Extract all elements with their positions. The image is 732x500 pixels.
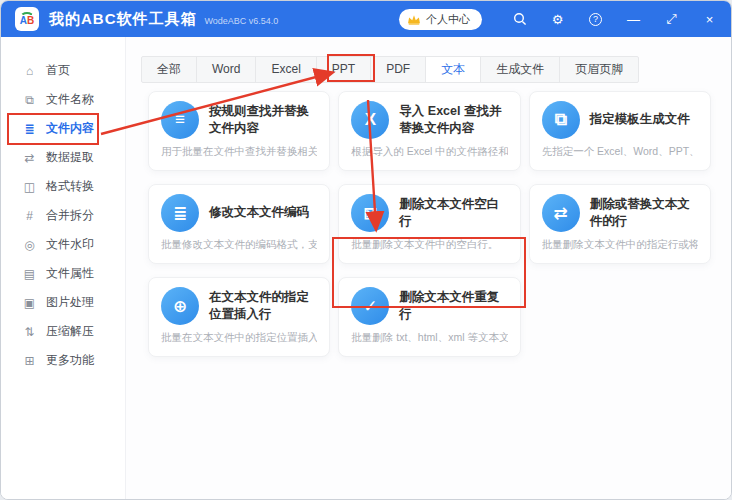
card-title: 删除文本文件重复行 bbox=[399, 289, 507, 324]
sidebar-item-more[interactable]: ⊞更多功能 bbox=[1, 346, 125, 375]
sidebar-item-label: 文件水印 bbox=[46, 236, 94, 253]
personal-center-label: 个人中心 bbox=[426, 12, 470, 27]
tab-word[interactable]: Word bbox=[197, 57, 256, 82]
main-panel: 全部WordExcelPPTPDF文本生成文件页眉页脚 ≡按规则查找并替换文件内… bbox=[126, 37, 731, 499]
card-title: 指定模板生成文件 bbox=[590, 111, 690, 129]
data-extract-icon: ⇄ bbox=[22, 151, 37, 165]
sidebar-item-file-props[interactable]: ▤文件属性 bbox=[1, 259, 125, 288]
file-props-icon: ▤ bbox=[22, 267, 37, 281]
swap-lines-icon: ⇄ bbox=[542, 194, 580, 232]
delete-blank-icon: ⊠ bbox=[351, 194, 389, 232]
titlebar-icons: ⚙ ? — ⤢ × bbox=[512, 12, 717, 27]
card-head: ⇄删除或替换文本文件的行 bbox=[542, 194, 698, 232]
tab-generate-file[interactable]: 生成文件 bbox=[481, 57, 560, 82]
watermark-icon: ◎ bbox=[22, 238, 37, 252]
card-import-excel-replace[interactable]: X导入 Excel 查找并替换文件内容根据导入的 Excel 中的文件路径和查找… bbox=[338, 91, 520, 171]
card-head: X导入 Excel 查找并替换文件内容 bbox=[351, 101, 507, 139]
card-dedupe-lines[interactable]: ✓删除文本文件重复行批量删除 txt、html、xml 等文本文件中的多余 bbox=[338, 277, 520, 357]
card-subtitle: 用于批量在文件中查找并替换相关内容，支持 bbox=[161, 145, 317, 159]
help-icon[interactable]: ? bbox=[588, 12, 603, 27]
sidebar-item-file-content[interactable]: ≣文件内容 bbox=[1, 114, 125, 143]
card-title: 在文本文件的指定位置插入行 bbox=[209, 289, 317, 324]
card-subtitle: 先指定一个 Excel、Word、PPT、PDF或文本文 bbox=[542, 145, 698, 159]
tab-header-footer[interactable]: 页眉页脚 bbox=[560, 57, 638, 82]
settings-gear-icon[interactable]: ⚙ bbox=[550, 12, 565, 27]
close-button[interactable]: × bbox=[702, 12, 717, 27]
category-tabstrip: 全部WordExcelPPTPDF文本生成文件页眉页脚 bbox=[141, 56, 639, 83]
personal-center-button[interactable]: 个人中心 bbox=[399, 9, 482, 30]
card-head: ✓删除文本文件重复行 bbox=[351, 287, 507, 325]
sidebar-item-merge-split[interactable]: #合并拆分 bbox=[1, 201, 125, 230]
card-head: ⊠删除文本文件空白行 bbox=[351, 194, 507, 232]
format-convert-icon: ◫ bbox=[22, 180, 37, 194]
card-modify-encoding[interactable]: ≣修改文本文件编码批量修改文本文件的编码格式，支持：UTF-8、 bbox=[148, 184, 330, 264]
tool-card-grid: ≡按规则查找并替换文件内容用于批量在文件中查找并替换相关内容，支持X导入 Exc… bbox=[148, 91, 711, 357]
titlebar: AB 我的ABC软件工具箱 WodeABC v6.54.0 个人中心 ⚙ ? —… bbox=[1, 1, 731, 37]
tab-all[interactable]: 全部 bbox=[142, 57, 197, 82]
card-delete-replace-lines[interactable]: ⇄删除或替换文本文件的行批量删除文本文件中的指定行或将文本文件中 bbox=[529, 184, 711, 264]
sidebar-item-label: 文件属性 bbox=[46, 265, 94, 282]
sidebar-item-image-process[interactable]: ▣图片处理 bbox=[1, 288, 125, 317]
card-subtitle: 批量删除 txt、html、xml 等文本文件中的多余 bbox=[351, 331, 507, 345]
sidebar-item-label: 文件名称 bbox=[46, 91, 94, 108]
tab-ppt[interactable]: PPT bbox=[317, 57, 371, 82]
tab-pdf[interactable]: PDF bbox=[371, 57, 426, 82]
card-insert-lines[interactable]: ⊕在文本文件的指定位置插入行批量在文本文件中的指定位置插入行。 bbox=[148, 277, 330, 357]
search-icon[interactable] bbox=[512, 12, 527, 27]
app-logo-icon: AB bbox=[15, 7, 39, 31]
card-subtitle: 批量在文本文件中的指定位置插入行。 bbox=[161, 331, 317, 345]
card-template-generate[interactable]: ⧉指定模板生成文件先指定一个 Excel、Word、PPT、PDF或文本文 bbox=[529, 91, 711, 171]
tab-excel[interactable]: Excel bbox=[256, 57, 316, 82]
tab-text[interactable]: 文本 bbox=[426, 57, 481, 82]
sidebar-item-label: 文件内容 bbox=[46, 120, 94, 137]
sidebar-item-label: 合并拆分 bbox=[46, 207, 94, 224]
maximize-button[interactable]: ⤢ bbox=[664, 12, 679, 27]
dedupe-lines-icon: ✓ bbox=[351, 287, 389, 325]
card-head: ⊕在文本文件的指定位置插入行 bbox=[161, 287, 317, 325]
crown-icon bbox=[407, 14, 421, 25]
card-find-replace-by-rule[interactable]: ≡按规则查找并替换文件内容用于批量在文件中查找并替换相关内容，支持 bbox=[148, 91, 330, 171]
card-head: ≣修改文本文件编码 bbox=[161, 194, 317, 232]
merge-split-icon: # bbox=[22, 209, 37, 223]
compress-icon: ⇅ bbox=[22, 325, 37, 339]
card-title: 导入 Excel 查找并替换文件内容 bbox=[399, 103, 507, 138]
file-name-icon: ⧉ bbox=[22, 93, 37, 107]
insert-lines-icon: ⊕ bbox=[161, 287, 199, 325]
doc-edit-icon: ≡ bbox=[161, 101, 199, 139]
app-window: AB 我的ABC软件工具箱 WodeABC v6.54.0 个人中心 ⚙ ? —… bbox=[0, 0, 732, 500]
card-delete-blank-lines[interactable]: ⊠删除文本文件空白行批量删除文本文件中的空白行。 bbox=[338, 184, 520, 264]
encoding-icon: ≣ bbox=[161, 194, 199, 232]
image-process-icon: ▣ bbox=[22, 296, 37, 310]
sidebar-item-home[interactable]: ⌂首页 bbox=[1, 56, 125, 85]
sidebar: ⌂首页⧉文件名称≣文件内容⇄数据提取◫格式转换#合并拆分◎文件水印▤文件属性▣图… bbox=[1, 37, 126, 499]
home-icon: ⌂ bbox=[22, 64, 37, 78]
excel-import-icon: X bbox=[351, 101, 389, 139]
template-icon: ⧉ bbox=[542, 101, 580, 139]
sidebar-item-label: 图片处理 bbox=[46, 294, 94, 311]
card-subtitle: 批量修改文本文件的编码格式，支持：UTF-8、 bbox=[161, 238, 317, 252]
sidebar-item-compress[interactable]: ⇅压缩解压 bbox=[1, 317, 125, 346]
card-subtitle: 批量删除文本文件中的指定行或将文本文件中 bbox=[542, 238, 698, 252]
card-head: ⧉指定模板生成文件 bbox=[542, 101, 698, 139]
card-title: 删除或替换文本文件的行 bbox=[590, 196, 698, 231]
sidebar-item-format-convert[interactable]: ◫格式转换 bbox=[1, 172, 125, 201]
card-subtitle: 批量删除文本文件中的空白行。 bbox=[351, 238, 507, 252]
minimize-button[interactable]: — bbox=[626, 12, 641, 27]
app-version: WodeABC v6.54.0 bbox=[205, 16, 279, 26]
sidebar-item-label: 首页 bbox=[46, 62, 70, 79]
sidebar-item-label: 格式转换 bbox=[46, 178, 94, 195]
sidebar-item-watermark[interactable]: ◎文件水印 bbox=[1, 230, 125, 259]
file-content-icon: ≣ bbox=[22, 122, 37, 136]
sidebar-item-label: 数据提取 bbox=[46, 149, 94, 166]
card-title: 修改文本文件编码 bbox=[209, 204, 309, 222]
app-title: 我的ABC软件工具箱 bbox=[49, 10, 197, 29]
sidebar-item-label: 更多功能 bbox=[46, 352, 94, 369]
more-icon: ⊞ bbox=[22, 354, 37, 368]
card-title: 删除文本文件空白行 bbox=[399, 196, 507, 231]
card-subtitle: 根据导入的 Excel 中的文件路径和查找替换规 bbox=[351, 145, 507, 159]
sidebar-item-label: 压缩解压 bbox=[46, 323, 94, 340]
sidebar-item-file-name[interactable]: ⧉文件名称 bbox=[1, 85, 125, 114]
card-head: ≡按规则查找并替换文件内容 bbox=[161, 101, 317, 139]
card-title: 按规则查找并替换文件内容 bbox=[209, 103, 317, 138]
sidebar-item-data-extract[interactable]: ⇄数据提取 bbox=[1, 143, 125, 172]
